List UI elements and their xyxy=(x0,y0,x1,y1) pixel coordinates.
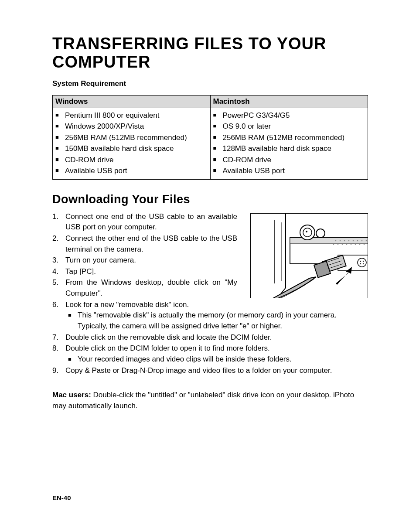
sub-item: Your recorded images and video clips wil… xyxy=(65,354,368,365)
mac-note-prefix: Mac users: xyxy=(52,391,91,399)
step-item: Tap [PC]. xyxy=(52,266,368,277)
list-item: CD-ROM drive xyxy=(213,154,365,166)
table-cell-macintosh: PowerPC G3/G4/G5 OS 9.0 or later 256MB R… xyxy=(210,108,368,179)
steps-list: Connect one end of the USB cable to an a… xyxy=(52,211,368,376)
list-item: OS 9.0 or later xyxy=(213,121,365,132)
steps-container: Connect one end of the USB cable to an a… xyxy=(52,211,368,376)
step-item: Double click on the removable disk and l… xyxy=(52,332,368,343)
step-item: Copy & Paste or Drag-N-Drop image and vi… xyxy=(52,365,368,376)
list-item: Available USB port xyxy=(55,165,208,177)
mac-users-note: Mac users: Double-click the "untitled" o… xyxy=(52,390,368,411)
step-text: Look for a new "removable disk" icon. xyxy=(65,300,189,309)
list-item: 150MB available hard disk space xyxy=(55,143,208,154)
list-item: 128MB available hard disk space xyxy=(213,143,365,154)
step-text: Double click on the DCIM folder to open … xyxy=(65,344,270,352)
list-item: Pentium III 800 or equivalent xyxy=(55,110,208,121)
mac-note-text: Double-click the "untitled" or "unlabele… xyxy=(52,391,354,410)
section-title: Downloading Your Files xyxy=(52,193,368,206)
page-number: EN-40 xyxy=(52,494,71,501)
step-item: Turn on your camera. xyxy=(52,255,368,266)
list-item: 256MB RAM (512MB recommended) xyxy=(55,132,208,143)
step-item: Look for a new "removable disk" icon. Th… xyxy=(52,300,368,332)
step-item: Connect the other end of the USB cable t… xyxy=(52,233,368,255)
list-item: Available USB port xyxy=(213,165,365,177)
list-item: 256MB RAM (512MB recommended) xyxy=(213,132,365,143)
list-item: CD-ROM drive xyxy=(55,154,208,166)
table-cell-windows: Pentium III 800 or equivalent Windows 20… xyxy=(53,108,211,179)
step-item: Double click on the DCIM folder to open … xyxy=(52,343,368,365)
page-title: TRANSFERRING FILES TO YOUR COMPUTER xyxy=(52,35,368,72)
step-item: From the Windows desktop, double click o… xyxy=(52,277,368,299)
system-requirement-label: System Requirement xyxy=(52,79,368,88)
requirements-table: Windows Macintosh Pentium III 800 or equ… xyxy=(52,95,368,180)
list-item: PowerPC G3/G4/G5 xyxy=(213,110,365,121)
list-item: Windows 2000/XP/Vista xyxy=(55,121,208,132)
table-header-windows: Windows xyxy=(53,95,211,108)
sub-item: This "removable disk" is actually the me… xyxy=(65,310,368,331)
step-item: Connect one end of the USB cable to an a… xyxy=(52,211,368,233)
table-header-macintosh: Macintosh xyxy=(210,95,368,108)
